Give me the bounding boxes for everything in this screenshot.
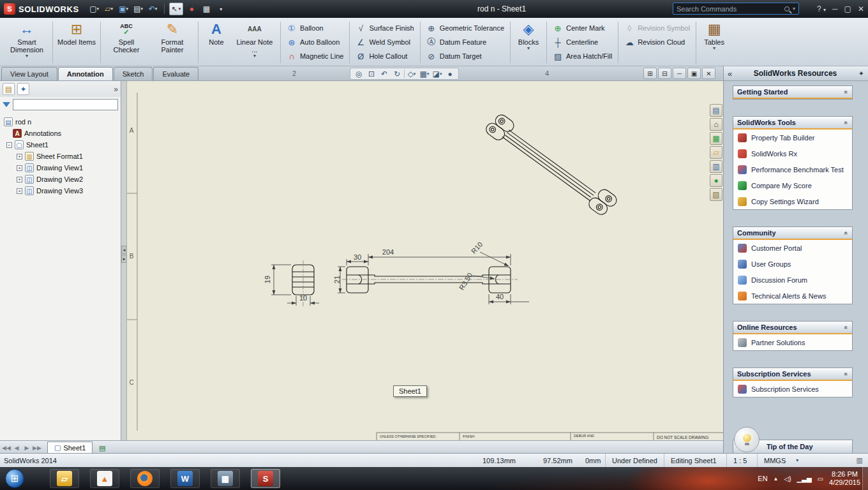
community-header[interactable]: Community « xyxy=(733,227,852,240)
word-taskbar-button[interactable]: W xyxy=(170,469,200,488)
chevron-up-icon[interactable]: « xyxy=(843,121,850,124)
previous-view-icon[interactable]: ↶ xyxy=(378,68,390,79)
sheet1-tab[interactable]: ▢ Sheet1 xyxy=(47,442,93,453)
pin-icon[interactable]: ✦ xyxy=(858,70,864,78)
dimension-21[interactable]: 21 xyxy=(333,276,341,283)
getting-started-header[interactable]: Getting Started « xyxy=(733,86,852,99)
drawing-viewport[interactable]: A B C xyxy=(127,81,723,440)
new-window-button[interactable]: ⊞ xyxy=(643,68,657,79)
network-icon[interactable]: ▁▃▅ xyxy=(797,475,812,482)
chevron-down-icon[interactable]: ▾ xyxy=(527,46,530,51)
format-painter-button[interactable]: ✎ Format Painter xyxy=(149,19,195,66)
doc-restore-button[interactable]: ▣ xyxy=(687,68,701,79)
dimension-10[interactable]: 10 xyxy=(299,294,307,302)
subscription-services-link[interactable]: Subscription Services xyxy=(733,381,852,397)
balloon-button[interactable]: ① Balloon xyxy=(283,21,347,35)
centerline-button[interactable]: ┼ Centerline xyxy=(550,35,615,49)
hole-callout-button[interactable]: Ø Hole Callout xyxy=(352,49,417,63)
solidworks-rx-link[interactable]: SolidWorks Rx xyxy=(733,145,852,161)
rotate-view-icon[interactable]: ↻ xyxy=(391,68,403,79)
next-sheet-button[interactable]: ▶ xyxy=(22,443,32,453)
tree-item-sheet-format1[interactable]: + ▥ Sheet Format1 xyxy=(0,151,121,162)
view-orientation-icon[interactable]: ◇▾ xyxy=(406,68,417,79)
save-button[interactable]: ▣▾ xyxy=(117,3,130,15)
discussion-forum-link[interactable]: Discussion Forum xyxy=(733,272,852,288)
model-items-button[interactable]: ⊞ Model Items xyxy=(56,19,98,66)
expand-panel-icon[interactable]: » xyxy=(114,85,118,94)
datum-feature-button[interactable]: Ⓐ Datum Feature xyxy=(423,35,507,49)
user-groups-link[interactable]: User Groups xyxy=(733,256,852,272)
print-button[interactable]: ▤▾ xyxy=(132,3,145,15)
partner-solutions-link[interactable]: Partner Solutions xyxy=(733,334,852,350)
auto-balloon-button[interactable]: ⊛ Auto Balloon xyxy=(283,35,347,49)
add-sheet-button[interactable]: ▤ xyxy=(96,443,108,453)
chevron-down-icon[interactable]: ▾ xyxy=(796,457,798,463)
weld-symbol-button[interactable]: ∠ Weld Symbol xyxy=(352,35,417,49)
tree-item-drawing-view1[interactable]: + ◫ Drawing View1 xyxy=(0,162,121,174)
calculator-taskbar-button[interactable]: ▦ xyxy=(211,469,240,488)
display-style-icon[interactable]: ▦▾ xyxy=(419,68,430,79)
file-explorer-icon[interactable]: ▱ xyxy=(710,146,722,159)
tab-annotation[interactable]: Annotation xyxy=(58,67,113,80)
tab-evaluate[interactable]: Evaluate xyxy=(153,67,198,80)
doc-close-button[interactable]: ✕ xyxy=(702,68,715,79)
status-unit-system[interactable]: MMGS ▾ xyxy=(757,454,798,467)
revision-cloud-button[interactable]: ☁ Revision Cloud xyxy=(621,35,693,49)
taskbar-clock[interactable]: 8:26 PM 4/29/2015 xyxy=(829,470,860,487)
collapse-icon[interactable]: − xyxy=(6,142,12,148)
chevron-down-icon[interactable]: ▾ xyxy=(713,46,715,51)
close-button[interactable]: ✕ xyxy=(858,4,864,13)
language-indicator[interactable]: EN xyxy=(758,475,767,482)
new-document-button[interactable]: ▢▾ xyxy=(88,3,101,15)
chevron-up-icon[interactable]: « xyxy=(843,325,850,329)
expand-icon[interactable]: + xyxy=(17,177,22,182)
volume-icon[interactable]: ◁) xyxy=(784,475,791,482)
smart-dimension-button[interactable]: ↔ Smart Dimension ▾ xyxy=(4,19,50,66)
maximize-button[interactable]: ▢ xyxy=(844,4,851,13)
custom-properties-icon[interactable]: ▧ xyxy=(710,188,722,201)
tab-view-layout[interactable]: View Layout xyxy=(1,67,57,80)
technical-alerts-news-link[interactable]: Technical Alerts & News xyxy=(733,288,852,304)
tree-item-root[interactable]: ▤ rod n xyxy=(0,116,121,128)
filter-funnel-icon[interactable] xyxy=(3,102,10,107)
property-tab-builder-link[interactable]: Property Tab Builder xyxy=(733,130,852,145)
tab-sketch[interactable]: Sketch xyxy=(114,67,153,80)
zoom-to-fit-icon[interactable]: ◎ xyxy=(353,68,364,79)
start-button[interactable]: ⊞ xyxy=(5,469,24,488)
dimension-30[interactable]: 30 xyxy=(354,253,361,261)
file-properties-button[interactable]: ▦ xyxy=(200,3,213,15)
subscription-services-header[interactable]: Subscription Services « xyxy=(733,368,852,381)
surface-finish-button[interactable]: √ Surface Finish xyxy=(352,21,417,35)
show-desktop-button[interactable] xyxy=(862,467,868,490)
chevron-up-icon[interactable]: « xyxy=(843,90,850,94)
linear-note-pattern-button[interactable]: AAA Linear Note ... ▾ xyxy=(232,19,278,66)
note-button[interactable]: A Note xyxy=(201,19,232,66)
center-mark-button[interactable]: ⊕ Center Mark xyxy=(550,21,615,35)
expand-icon[interactable]: + xyxy=(17,154,22,160)
chevron-up-icon[interactable]: « xyxy=(843,372,850,376)
blocks-button[interactable]: ◈ Blocks ▾ xyxy=(513,19,544,66)
search-commands-box[interactable]: Search Commands ▾ xyxy=(673,3,799,15)
dimension-19[interactable]: 19 xyxy=(264,276,271,283)
collapse-task-pane-button[interactable]: « xyxy=(728,69,732,78)
design-library-icon[interactable]: ▥ xyxy=(710,160,722,173)
edit-appearance-icon[interactable]: ● xyxy=(444,68,456,79)
appearances-icon[interactable]: ● xyxy=(710,174,722,187)
tree-item-drawing-view2[interactable]: + ◫ Drawing View2 xyxy=(0,174,121,185)
action-center-icon[interactable]: ▭ xyxy=(818,475,823,482)
vlc-taskbar-button[interactable]: ▲ xyxy=(90,469,119,488)
chevron-down-icon[interactable]: ▾ xyxy=(26,54,28,59)
doc-minimize-button[interactable]: ─ xyxy=(673,68,686,79)
tree-item-annotations[interactable]: A Annotations xyxy=(0,128,121,139)
select-tool-button[interactable]: ↖▾ xyxy=(169,3,184,15)
solidworks-tools-header[interactable]: SolidWorks Tools « xyxy=(733,117,852,130)
hidden-icons-arrow-icon[interactable]: ▲ xyxy=(774,476,779,482)
chevron-down-icon[interactable]: ▾ xyxy=(253,54,256,59)
last-sheet-button[interactable]: ▶▶ xyxy=(32,443,42,453)
home-icon[interactable]: ⌂ xyxy=(710,118,722,131)
first-sheet-button[interactable]: ◀◀ xyxy=(1,443,11,453)
panel-splitter[interactable]: ◂ ▸ xyxy=(121,81,127,440)
options-dropdown-button[interactable]: ▾ xyxy=(214,3,227,15)
copy-settings-wizard-link[interactable]: Copy Settings Wizard xyxy=(733,193,852,209)
tables-button[interactable]: ▦ Tables ▾ xyxy=(699,19,730,66)
